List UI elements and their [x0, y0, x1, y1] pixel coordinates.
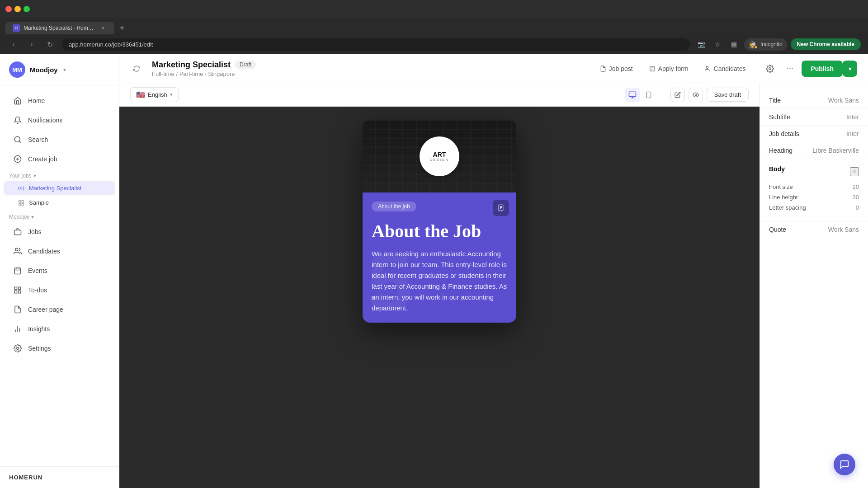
sidebar-item-jobs[interactable]: Jobs — [4, 222, 115, 241]
settings-button[interactable] — [762, 61, 778, 77]
new-tab-button[interactable]: + — [116, 22, 128, 34]
camera-off-icon[interactable]: 📷 — [695, 38, 708, 51]
chrome-update-button[interactable]: New Chrome available — [791, 38, 861, 50]
edit-mode-button[interactable] — [670, 88, 685, 102]
close-window-button[interactable] — [5, 6, 12, 12]
svg-rect-19 — [19, 291, 21, 293]
tab-candidates-label: Candidates — [714, 65, 746, 72]
sidebar-item-todos[interactable]: To-dos — [4, 281, 115, 300]
job-title: Marketing Specialist Draft — [152, 60, 584, 70]
sidebar-item-create-job[interactable]: Create job — [4, 150, 115, 169]
refresh-button[interactable]: ↻ — [43, 38, 56, 51]
plus-icon — [13, 154, 23, 164]
save-draft-button[interactable]: Save draft — [707, 88, 749, 102]
incognito-label: Incognito — [760, 41, 783, 47]
sidebar-item-home[interactable]: Home — [4, 91, 115, 110]
moodjoy-section: Moodjoy ▾ — [0, 210, 119, 222]
quote-font-value: Work Sans — [828, 226, 859, 233]
sidebar-label-search: Search — [28, 136, 48, 143]
sidebar-item-search[interactable]: Search — [4, 130, 115, 149]
svg-rect-6 — [19, 200, 21, 202]
sidebar-label-events: Events — [28, 267, 47, 274]
edit-section-button[interactable] — [493, 200, 509, 216]
sidebar-item-insights[interactable]: Insights — [4, 319, 115, 338]
sidebar-item-career-page[interactable]: Career page — [4, 300, 115, 319]
right-panel: Title Work Sans Subtitle Inter Job detai… — [760, 83, 868, 488]
tab-job-post[interactable]: Job post — [593, 61, 640, 76]
avatar: MM — [9, 61, 25, 78]
forward-button[interactable]: › — [25, 38, 38, 51]
svg-point-29 — [769, 67, 771, 70]
sidebar-item-sample[interactable]: Sample — [4, 196, 115, 210]
topbar-refresh-button[interactable] — [130, 62, 143, 75]
bookmark-icon[interactable]: ☆ — [712, 38, 724, 51]
mobile-button[interactable] — [642, 88, 656, 102]
draft-badge: Draft — [235, 61, 256, 69]
preview-mode-button[interactable] — [689, 88, 703, 102]
sidebar-item-marketing-specialist[interactable]: Marketing Specialist — [4, 181, 115, 195]
sidebar-header: MM Moodjoy ▾ — [0, 54, 119, 85]
home-icon — [13, 96, 23, 106]
svg-rect-8 — [19, 203, 21, 205]
heading-font-value: Libre Baskerville — [812, 147, 859, 154]
subtitle-font-row: Subtitle Inter — [760, 109, 868, 126]
flag-icon: 🇺🇸 — [136, 90, 145, 99]
maximize-window-button[interactable] — [24, 6, 30, 12]
more-options-button[interactable]: ··· — [782, 61, 798, 77]
tab-apply-form[interactable]: Apply form — [642, 61, 696, 76]
subtitle-font-value: Inter — [846, 113, 859, 121]
sidebar-label-candidates: Candidates — [28, 248, 60, 255]
publish-button[interactable]: Publish — [802, 61, 843, 77]
your-jobs-section: Your jobs ▾ — [0, 169, 119, 181]
chat-bubble-button[interactable] — [834, 454, 855, 475]
address-bar[interactable] — [61, 38, 690, 51]
topbar-actions: ··· Publish ▾ — [762, 61, 857, 77]
job-title-section: Marketing Specialist Draft Full-time / P… — [152, 60, 584, 77]
quote-font-row: Quote Work Sans — [760, 221, 868, 238]
tab-candidates[interactable]: Candidates — [698, 61, 753, 76]
sidebar-label-create-job: Create job — [28, 155, 57, 163]
language-selector[interactable]: 🇺🇸 English ▾ — [130, 87, 179, 102]
language-label: English — [148, 91, 167, 98]
svg-line-1 — [19, 141, 20, 142]
job-item-label-marketing: Marketing Specialist — [29, 185, 81, 192]
letter-spacing-label: Letter spacing — [769, 204, 806, 211]
minimize-window-button[interactable] — [14, 6, 21, 12]
tab-close-button[interactable]: × — [99, 24, 107, 32]
section-tag: About the job — [372, 202, 416, 211]
tab-apply-form-label: Apply form — [658, 65, 689, 72]
window-controls — [5, 6, 30, 12]
browser-nav-actions: 📷 ☆ ▤ 🕵️ Incognito New Chrome available — [695, 38, 861, 51]
svg-rect-10 — [14, 230, 21, 235]
sidebar-label-settings: Settings — [28, 345, 51, 352]
back-button[interactable]: ‹ — [7, 38, 20, 51]
your-jobs-dropdown-icon[interactable]: ▾ — [33, 173, 36, 179]
svg-point-5 — [20, 188, 22, 189]
sidebar-item-candidates[interactable]: Candidates — [4, 242, 115, 261]
sidebar-item-settings[interactable]: Settings — [4, 339, 115, 358]
editor-toolbar: 🇺🇸 English ▾ — [119, 83, 760, 107]
font-size-value: 20 — [853, 183, 859, 190]
search-icon — [13, 135, 23, 145]
body-section-close-button[interactable]: × — [850, 167, 859, 176]
sidebar-label-todos: To-dos — [28, 286, 47, 294]
tab-favicon: H — [13, 24, 20, 32]
bell-icon — [13, 115, 23, 125]
browser-tab[interactable]: H Marketing Specialist · Homerun × — [5, 22, 114, 34]
sidebar-item-notifications[interactable]: Notifications — [4, 111, 115, 130]
grid-icon — [13, 285, 23, 295]
svg-rect-33 — [646, 92, 651, 98]
sidebar-label-insights: Insights — [28, 325, 50, 333]
font-size-row: Font size 20 — [769, 183, 859, 190]
body-section-title: Body — [769, 165, 785, 173]
company-dropdown-icon[interactable]: ▾ — [63, 67, 66, 73]
moodjoy-dropdown-icon[interactable]: ▾ — [31, 214, 34, 220]
sidebar-footer: HOMERUN — [0, 466, 119, 488]
publish-dropdown-button[interactable]: ▾ — [843, 61, 857, 77]
lang-dropdown-icon: ▾ — [170, 92, 173, 98]
sidebar-label-home: Home — [28, 97, 45, 104]
sidebar-toggle-icon[interactable]: ▤ — [728, 38, 741, 51]
line-height-value: 30 — [853, 194, 859, 201]
desktop-button[interactable] — [625, 88, 640, 102]
sidebar-item-events[interactable]: Events — [4, 261, 115, 280]
